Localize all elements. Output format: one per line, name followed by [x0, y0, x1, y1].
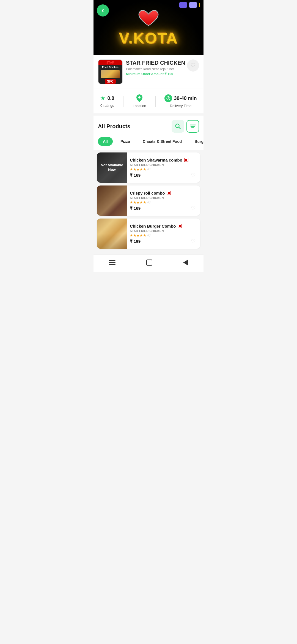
rating-value: 0.0	[107, 95, 114, 101]
timer-icon	[164, 94, 172, 102]
product-image-roll	[97, 185, 127, 216]
products-header: All Products	[94, 116, 204, 135]
status-bar	[179, 2, 200, 8]
not-available-text: Not Available Now	[97, 163, 127, 172]
heart-outline-icon: ♡	[191, 62, 196, 69]
category-tab-pizza[interactable]: Pizza	[116, 137, 135, 146]
veg-indicator-1	[184, 158, 188, 162]
stat-divider-2	[155, 96, 156, 107]
product-image-burger	[97, 219, 127, 249]
location-label: Location	[133, 104, 146, 108]
hero-title: V.KOTA	[119, 31, 178, 46]
nav-back-button[interactable]	[178, 258, 194, 267]
product-favorite-button-2[interactable]: ♡	[189, 204, 197, 212]
category-tabs: All Pizza Chaats & Street Food Burger Fr…	[94, 135, 204, 150]
heart-icon	[138, 9, 160, 28]
nav-home-button[interactable]	[141, 258, 158, 267]
product-name-row-1: Chicken Shawarma combo	[130, 158, 197, 162]
product-stars-3: ★★★★★ (0)	[130, 233, 197, 238]
product-name-row-2: Crispy roll combo	[130, 191, 197, 195]
product-restaurant-3: STAR FRIED CHICKEN	[130, 229, 197, 233]
hero-banner: V.KOTA	[94, 0, 204, 55]
back-triangle-icon	[183, 260, 188, 266]
loop-icon	[189, 2, 197, 8]
logo-subtext: Fried Chicken	[101, 65, 120, 70]
restaurant-logo: STAR Fried Chicken SFC	[98, 59, 123, 84]
heart-outline-icon: ♡	[191, 238, 196, 245]
svg-point-0	[138, 96, 141, 99]
location-pin-icon	[136, 94, 143, 102]
rating-stat: ★ 0.0 0 ratings	[100, 95, 114, 108]
logo-sfc: SFC	[105, 79, 116, 84]
square-icon	[146, 260, 152, 266]
product-favorite-button-1[interactable]: ♡	[189, 171, 197, 179]
product-restaurant-1: STAR FRIED CHICKEN	[130, 163, 197, 167]
product-name-1: Chicken Shawarma combo	[130, 158, 182, 162]
delivery-stat: 30-40 min Delivery Time	[164, 94, 197, 108]
heart-outline-icon: ♡	[191, 205, 196, 212]
stat-divider-1	[123, 96, 123, 107]
favorite-button[interactable]: ♡	[187, 59, 199, 72]
product-restaurant-2: STAR FRIED CHICKEN	[130, 196, 197, 200]
product-stars-2: ★★★★★ (0)	[130, 200, 197, 204]
product-name-3: Chicken Burger Combo	[130, 224, 176, 228]
search-button[interactable]	[172, 120, 184, 133]
ratings-label: 0 ratings	[100, 103, 114, 108]
category-tab-all[interactable]: All	[98, 137, 113, 146]
battery-icon	[199, 3, 200, 7]
svg-line-6	[179, 127, 180, 129]
restaurant-section: STAR Fried Chicken SFC STAR FRIED CHICKE…	[94, 55, 204, 89]
message-icon	[179, 2, 187, 8]
location-stat[interactable]: Location	[133, 94, 146, 108]
stats-row: ★ 0.0 0 ratings Location 30-40	[94, 89, 204, 113]
product-name-row-3: Chicken Burger Combo	[130, 224, 197, 228]
back-button[interactable]	[97, 4, 109, 17]
product-price-2: ₹ 169	[130, 206, 197, 211]
product-list: Not Available Now Chicken Shawarma combo…	[94, 150, 204, 251]
category-tab-chaats[interactable]: Chaats & Street Food	[138, 137, 187, 146]
product-name-2: Crispy roll combo	[130, 191, 165, 195]
heart-outline-icon: ♡	[191, 172, 196, 179]
table-row[interactable]: Chicken Burger Combo STAR FRIED CHICKEN …	[97, 219, 200, 249]
product-favorite-button-3[interactable]: ♡	[189, 237, 197, 245]
veg-indicator-2	[167, 191, 171, 195]
category-tab-burger[interactable]: Burger	[189, 137, 204, 146]
hero-content: V.KOTA	[119, 9, 178, 46]
nav-menu-button[interactable]	[103, 259, 121, 266]
not-available-overlay: Not Available Now	[97, 152, 127, 183]
product-stars-1: ★★★★★ (0)	[130, 167, 197, 171]
hamburger-icon	[109, 260, 116, 265]
delivery-label: Delivery Time	[170, 104, 192, 108]
bottom-nav	[94, 254, 204, 272]
product-image-shawarma: Not Available Now	[97, 152, 127, 183]
veg-indicator-3	[178, 224, 182, 228]
product-price-3: ₹ 199	[130, 239, 197, 244]
delivery-time: 30-40 min	[174, 95, 197, 101]
logo-star-text: STAR	[106, 61, 114, 64]
products-title: All Products	[98, 123, 130, 130]
star-icon: ★	[100, 95, 106, 102]
header-actions	[172, 120, 199, 133]
product-price-1: ₹ 169	[130, 173, 197, 178]
table-row[interactable]: Not Available Now Chicken Shawarma combo…	[97, 152, 200, 183]
table-row[interactable]: Crispy roll combo STAR FRIED CHICKEN ★★★…	[97, 185, 200, 216]
min-order: Minimum Order Amount ₹ 100	[126, 72, 199, 76]
logo-food-image	[101, 70, 120, 78]
filter-button[interactable]	[186, 120, 199, 133]
